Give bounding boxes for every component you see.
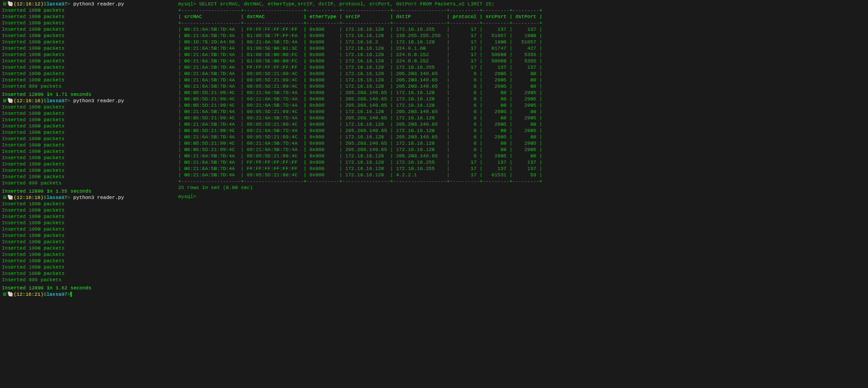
terminal-icon-1: 🖥 — [2, 1, 7, 7]
out-1-1: Inserted 1000 packets — [2, 7, 175, 14]
mysql-row-19: | 00:05:5D:21:99:4C | 00:21:6A:5B:7D:4A … — [178, 140, 866, 147]
mysql-row-23: | 00:21:6A:5B:7D:4A | FF:FF:FF:FF:FF:FF … — [178, 166, 866, 172]
summary-2: Inserted 12899 in 1.55 seconds — [2, 188, 175, 194]
out-3-1: Inserted 1000 packets — [2, 201, 175, 207]
prompt-time-3: (12:16:18) — [14, 194, 43, 201]
prompt-user-3: lassa97 — [47, 194, 67, 201]
out-3-11: Inserted 1000 packets — [2, 264, 175, 270]
prompt-line-2: 🖥 🐚 (12:16:16) $ lassa97 > python3 reade… — [2, 98, 175, 104]
prompt-time-1: (12:16:12) — [14, 1, 43, 7]
mysql-row-9: | 00:21:6A:5B:7D:4A | 08:05:5D:21:99:4C … — [178, 77, 866, 83]
out-2-10: Inserted 1000 packets — [2, 161, 175, 167]
mysql-row-17: | 00:05:5D:21:99:4C | 00:21:6A:5B:7D:4A … — [178, 128, 866, 134]
prompt-sep-2: > — [67, 98, 71, 104]
mysql-query: mysql> SELECT srcMAC, dstMAC, etherType,… — [178, 1, 866, 7]
prompt-dollar-final: $ — [43, 291, 47, 298]
out-3-10: Inserted 1000 packets — [2, 258, 175, 264]
prompt-dollar-2: $ — [43, 98, 47, 104]
out-1-8: Inserted 1000 packets — [2, 52, 175, 58]
mysql-row-1: | 00:21:6A:5B:7D:4A | FF:FF:FF:FF:FF:FF … — [178, 26, 866, 33]
summary-3: Inserted 12899 in 1.62 seconds — [2, 285, 175, 291]
out-2-7: Inserted 1000 packets — [2, 142, 175, 148]
mysql-rowcount: 25 rows in set (0.00 sec) — [178, 185, 866, 191]
prompt-cmd-2: python3 reader.py — [70, 98, 124, 104]
out-1-7: Inserted 1000 packets — [2, 45, 175, 52]
out-2-12: Inserted 1000 packets — [2, 174, 175, 180]
mysql-row-5: | 00:21:6A:5B:7D:4A | 01:00:5E:00:00:FC … — [178, 52, 866, 58]
summary-1: Inserted 12899 in 1.71 seconds — [2, 91, 175, 98]
out-2-1: Inserted 1000 packets — [2, 104, 175, 110]
mysql-row-10: | 00:21:6A:5B:7D:4A | 08:05:5D:21:99:4C … — [178, 83, 866, 90]
mysql-row-13: | 00:05:5D:21:99:4C | 00:21:6A:5B:7D:4A … — [178, 102, 866, 109]
prompt-sep-final: > — [67, 291, 71, 298]
out-2-3: Inserted 1000 packets — [2, 117, 175, 123]
out-1-9: Inserted 1000 packets — [2, 58, 175, 64]
prompt-time-2: (12:16:16) — [14, 98, 43, 104]
out-3-3: Inserted 1000 packets — [2, 213, 175, 220]
out-1-13: Inserted 899 packets — [2, 83, 175, 90]
right-terminal: mysql> SELECT srcMAC, dstMAC, etherType,… — [176, 0, 868, 388]
out-3-13: Inserted 899 packets — [2, 277, 175, 283]
out-2-8: Inserted 1000 packets — [2, 148, 175, 155]
out-2-11: Inserted 1000 packets — [2, 167, 175, 174]
out-3-12: Inserted 1000 packets — [2, 270, 175, 277]
left-terminal: 🖥 🐚 (12:16:12) $ lassa97 > python3 reade… — [0, 0, 176, 388]
prompt-icon-3: 🐚 — [7, 98, 14, 104]
prompt-line-3: 🖥 🐚 (12:16:18) $ lassa97 > python3 reade… — [2, 194, 175, 201]
mysql-row-20: | 00:05:5D:21:99:4C | 00:21:6A:5B:7D:4A … — [178, 147, 866, 153]
out-2-4: Inserted 1000 packets — [2, 123, 175, 129]
mysql-sep-mid: +--------------------+------------------… — [178, 20, 866, 26]
prompt-user-final: lassa97 — [47, 291, 67, 298]
out-1-6: Inserted 1000 packets — [2, 39, 175, 45]
prompt-cmd-1: python3 reader.py — [70, 1, 124, 7]
mysql-row-21: | 00:21:6A:5B:7D:4A | 00:05:5D:21:99:4C … — [178, 153, 866, 159]
mysql-row-22: | 00:21:6A:5B:7D:4A | FF:FF:FF:FF:FF:FF … — [178, 159, 866, 166]
mysql-row-14: | 00:21:6A:5B:7D:4A | 00:05:5D:21:99:4C … — [178, 109, 866, 115]
mysql-sep-bot: +--------------------+------------------… — [178, 178, 866, 185]
mysql-row-12: | 00:05:5D:21:99:4C | 00:21:6A:5B:7D:4A … — [178, 96, 866, 102]
prompt-cmd-3: python3 reader.py — [70, 194, 124, 201]
terminal-icon-6: 🖥 — [2, 291, 7, 298]
mysql-row-16: | 00:21:6A:5B:7D:4A | 00:05:5D:21:99:4C … — [178, 121, 866, 128]
mysql-row-6: | 00:21:6A:5B:7D:4A | 01:00:5E:00:00:FC … — [178, 58, 866, 64]
out-1-12: Inserted 1000 packets — [2, 77, 175, 83]
prompt-time-final: (12:16:21) — [14, 291, 43, 298]
prompt-line-final: 🖥 🐚 (12:16:21) $ lassa97 > ▌ — [2, 291, 175, 298]
prompt-dollar-1: $ — [43, 1, 47, 7]
out-3-8: Inserted 1000 packets — [2, 245, 175, 251]
prompt-cursor: ▌ — [70, 291, 73, 298]
prompt-icon-5: 🐚 — [7, 194, 14, 201]
out-1-10: Inserted 1000 packets — [2, 64, 175, 71]
prompt-icon-2: 🐚 — [7, 1, 14, 7]
out-3-5: Inserted 1000 packets — [2, 226, 175, 232]
out-1-2: Inserted 1000 packets — [2, 14, 175, 20]
prompt-sep-1: > — [67, 1, 71, 7]
out-1-4: Inserted 1000 packets — [2, 26, 175, 33]
prompt-sep-3: > — [67, 194, 71, 201]
mysql-row-7: | 00:21:6A:5B:7D:4A | FF:FF:FF:FF:FF:FF … — [178, 64, 866, 71]
out-1-5: Inserted 1000 packets — [2, 33, 175, 39]
mysql-final-prompt: mysql> — [178, 194, 866, 200]
prompt-dollar-3: $ — [43, 194, 47, 201]
out-3-9: Inserted 1000 packets — [2, 251, 175, 258]
out-3-7: Inserted 1000 packets — [2, 239, 175, 245]
out-2-9: Inserted 1000 packets — [2, 155, 175, 161]
mysql-row-15: | 00:05:5D:21:99:4C | 00:21:6A:5B:7D:4A … — [178, 115, 866, 121]
mysql-row-11: | 00:05:5D:21:99:4C | 00:21:6A:5B:7D:4A … — [178, 90, 866, 96]
mysql-row-3: | 00:1D:7E:2D:64:96 | 08:21:6A:5B:7D:4A … — [178, 39, 866, 45]
prompt-user-1: lassa97 — [47, 1, 67, 7]
mysql-headers: | srcMAC | dstMAC | etherType | srcIP | … — [178, 14, 866, 20]
out-2-5: Inserted 1000 packets — [2, 129, 175, 136]
mysql-row-18: | 00:21:6A:5B:7D:4A | 00:05:5D:21:99:4C … — [178, 134, 866, 140]
out-3-2: Inserted 1000 packets — [2, 207, 175, 213]
out-2-6: Inserted 1000 packets — [2, 136, 175, 142]
prompt-user-2: lassa97 — [47, 98, 67, 104]
mysql-row-4: | 08:21:6A:5B:7D:4A | 01:00:5E:00:01:3C … — [178, 45, 866, 52]
prompt-line-1: 🖥 🐚 (12:16:12) $ lassa97 > python3 reade… — [2, 1, 175, 7]
prompt-icon-7: 🐚 — [7, 291, 14, 298]
out-2-2: Inserted 1000 packets — [2, 110, 175, 117]
mysql-row-24: | 00:21:6A:5B:7D:4A | 00:05:5D:21:99:4C … — [178, 172, 866, 178]
terminal-icon-2: 🖥 — [2, 98, 7, 104]
out-1-11: Inserted 1000 packets — [2, 71, 175, 77]
out-3-6: Inserted 1000 packets — [2, 232, 175, 239]
